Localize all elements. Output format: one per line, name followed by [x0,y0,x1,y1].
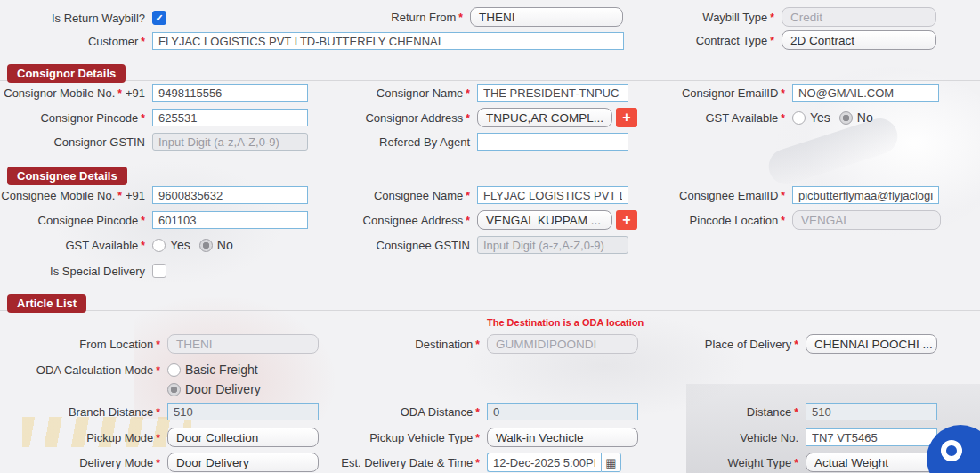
is-special-delivery-checkbox[interactable] [152,264,166,278]
consignor-address-label: Consignor Address* [320,111,470,125]
weight-type-label: Weight Type* [641,456,798,469]
consignor-pincode-label: Consignor Pincode* [0,111,145,125]
consignee-mobile-input[interactable] [152,186,308,204]
pickup-vehicle-type-select[interactable]: Walk-in Vechicle [487,428,638,447]
consignee-section-header: Consignee Details [7,167,127,185]
place-of-delivery-label: Place of Delivery* [641,338,798,351]
plus-icon: + [622,212,630,228]
consignee-gst-yes-radio[interactable] [152,239,166,252]
refered-by-agent-input[interactable] [477,133,628,151]
consignor-pincode-input[interactable] [152,109,308,126]
consignor-gst-available-label: GST Available* [641,111,785,125]
check-icon: ✓ [155,12,163,24]
est-delivery-datetime-group: ▦ [487,453,621,472]
consignee-email-input[interactable] [792,186,939,204]
consignor-gst-no-label: No [857,110,873,125]
branch-distance-input[interactable] [167,403,319,420]
consignor-name-input[interactable] [477,84,628,102]
contract-type-select[interactable]: 2D Contract [782,30,936,50]
oda-basic-freight-label: Basic Freight [185,363,258,377]
consignee-name-input[interactable] [477,186,628,204]
is-return-waybill-label: Is Return Waybill? [0,12,145,25]
consignee-mobile-label: Consignee Mobile No.*+91 [0,189,145,202]
headset-icon [941,440,962,461]
waybill-form-page: Is Return Waybill? ✓ Return From* THENI … [0,0,980,473]
consignor-email-input[interactable] [792,84,939,102]
consignee-address-select[interactable]: VENGAL KUPPAM ... [477,210,612,230]
waybill-type-label: Waybill Type* [641,11,774,24]
distance-input[interactable] [806,403,937,420]
consignee-address-label: Consignee Address* [320,214,470,227]
consignee-gst-no-radio[interactable] [199,239,213,252]
article-list-section-header: Article List [7,294,86,313]
consignor-gst-yes-label: Yes [810,110,830,125]
article-section-divider [0,310,980,311]
add-consignor-address-button[interactable]: + [616,108,637,127]
oda-door-delivery-radio[interactable] [167,383,181,396]
return-from-select[interactable]: THENI [470,7,623,27]
destination-select: GUMMIDIPOONDI [487,334,638,354]
est-delivery-datetime-label: Est. Delivery Date & Time* [320,456,480,469]
delivery-mode-select[interactable]: Door Delivery [167,453,319,472]
plus-icon: + [622,110,630,126]
pincode-location-select: VENGAL [792,210,941,230]
oda-location-note: The Destination is a ODA location [487,317,644,328]
consignee-gstin-input [477,236,628,254]
consignor-gstin-input [152,133,308,151]
pickup-vehicle-type-label: Pickup Vehicle Type* [320,431,480,444]
add-consignee-address-button[interactable]: + [616,210,637,230]
oda-distance-label: ODA Distance* [320,405,480,419]
consignor-section-header: Consignor Details [7,64,126,83]
background-ship-art [134,294,338,419]
waybill-type-select: Credit [782,7,936,27]
customer-input[interactable] [152,32,624,50]
distance-label: Distance* [641,405,798,419]
pincode-location-label: Pincode Location* [641,214,785,227]
oda-basic-freight-radio[interactable] [167,363,181,377]
consignor-mobile-label: Consignor Mobile No.*+91 [0,86,145,100]
calendar-button[interactable]: ▦ [601,453,621,472]
oda-distance-input[interactable] [487,403,638,420]
consignor-section-divider [0,80,980,81]
refered-by-agent-label: Refered By Agent [320,135,470,149]
from-location-label: From Location* [0,338,160,351]
oda-calculation-mode-label: ODA Calculation Mode* [0,363,160,377]
consignee-gstin-label: Consignee GSTIN [320,239,470,252]
place-of-delivery-select[interactable]: CHENNAI POOCHI ... [806,334,937,354]
consignor-name-label: Consignor Name* [320,86,470,100]
consignor-gstin-label: Consignor GSTIN [0,135,145,149]
consignor-gst-yes-radio[interactable] [792,111,806,125]
return-from-label: Return From* [320,11,463,24]
consignor-address-select[interactable]: TNPUC,AR COMPL... [477,108,612,127]
oda-door-delivery-label: Door Delivery [185,382,261,396]
weight-type-select[interactable]: Actual Weight [806,453,937,472]
vehicle-no-label: Vehicle No. [641,431,798,444]
consignee-gst-available-label: GST Available* [0,239,145,252]
customer-label: Customer* [0,35,145,48]
est-delivery-datetime-input[interactable] [487,453,601,472]
vehicle-no-input[interactable] [806,428,937,446]
consignor-email-label: Consignor EmailID* [641,86,785,100]
consignee-pincode-input[interactable] [152,211,308,229]
consignee-name-label: Consignee Name* [320,189,470,202]
consignor-mobile-input[interactable] [152,84,308,102]
contract-type-label: Contract Type* [641,34,774,47]
consignee-gst-no-label: No [217,238,233,252]
is-special-delivery-label: Is Special Delivery [0,265,145,278]
consignee-section-divider [0,183,980,183]
delivery-mode-label: Delivery Mode* [0,456,160,469]
consignee-pincode-label: Consignee Pincode* [0,214,145,227]
is-return-waybill-checkbox[interactable]: ✓ [152,11,166,25]
delivery-mode-label-text: Delivery Mode [79,456,153,469]
from-location-select: THENI [167,334,319,354]
calendar-icon: ▦ [605,456,616,469]
branch-distance-label: Branch Distance* [0,405,160,419]
destination-label: Destination* [320,338,480,351]
pickup-mode-select[interactable]: Door Collection [167,428,319,447]
consignee-gst-yes-label: Yes [170,238,190,252]
consignor-gst-no-radio[interactable] [839,111,853,125]
pickup-mode-label: Pickup Mode* [0,431,160,444]
consignee-email-label: Consignee EmailID* [641,189,785,202]
